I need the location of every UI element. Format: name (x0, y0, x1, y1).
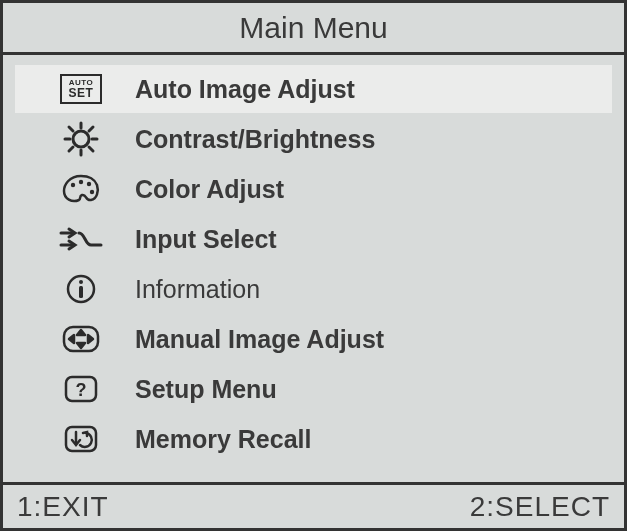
menu-list: AUTO SET Auto Image Adjust (3, 55, 624, 482)
svg-marker-22 (88, 335, 93, 343)
svg-line-8 (89, 127, 93, 131)
svg-rect-17 (79, 286, 83, 298)
footer-select-hint: 2:SELECT (470, 491, 610, 523)
svg-line-7 (69, 147, 73, 151)
svg-point-16 (79, 280, 83, 284)
menu-item-input-select[interactable]: Input Select (15, 215, 612, 263)
menu-item-contrast-brightness[interactable]: Contrast/Brightness (15, 115, 612, 163)
menu-item-setup-menu[interactable]: ? Setup Menu (15, 365, 612, 413)
svg-point-12 (90, 190, 94, 194)
svg-line-5 (69, 127, 73, 131)
menu-item-color-adjust[interactable]: Color Adjust (15, 165, 612, 213)
svg-point-9 (71, 183, 75, 187)
palette-icon (55, 169, 107, 209)
footer-exit-hint: 1:EXIT (17, 491, 109, 523)
input-icon (55, 219, 107, 259)
menu-item-label: Information (135, 275, 260, 304)
svg-marker-19 (77, 330, 85, 335)
menu-item-auto-image-adjust[interactable]: AUTO SET Auto Image Adjust (15, 65, 612, 113)
svg-marker-20 (77, 343, 85, 348)
svg-text:?: ? (76, 380, 87, 400)
menu-item-manual-image-adjust[interactable]: Manual Image Adjust (15, 315, 612, 363)
recall-icon (55, 419, 107, 459)
menu-item-label: Setup Menu (135, 375, 277, 404)
svg-marker-21 (69, 335, 74, 343)
menu-item-label: Manual Image Adjust (135, 325, 384, 354)
svg-point-11 (87, 182, 91, 186)
brightness-icon (55, 119, 107, 159)
svg-point-10 (79, 180, 83, 184)
menu-item-label: Color Adjust (135, 175, 284, 204)
menu-item-label: Auto Image Adjust (135, 75, 355, 104)
auto-set-icon: AUTO SET (55, 69, 107, 109)
footer-hints: 1:EXIT 2:SELECT (3, 482, 624, 528)
manual-icon (55, 319, 107, 359)
menu-item-memory-recall[interactable]: Memory Recall (15, 415, 612, 463)
menu-item-label: Input Select (135, 225, 277, 254)
menu-item-label: Memory Recall (135, 425, 311, 454)
help-icon: ? (55, 369, 107, 409)
svg-line-6 (89, 147, 93, 151)
info-icon (55, 269, 107, 309)
menu-item-information[interactable]: Information (15, 265, 612, 313)
svg-point-0 (73, 131, 89, 147)
osd-main-menu: Main Menu AUTO SET Auto Image Adjust (0, 0, 627, 531)
page-title: Main Menu (3, 3, 624, 55)
menu-item-label: Contrast/Brightness (135, 125, 375, 154)
